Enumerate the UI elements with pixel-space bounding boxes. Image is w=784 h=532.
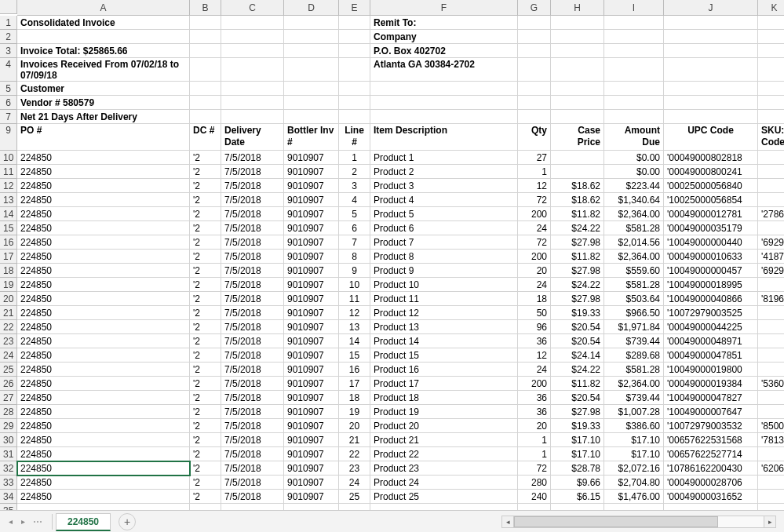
cell[interactable]: [190, 110, 221, 124]
tab-more-icon[interactable]: ⋯: [33, 516, 42, 527]
cell[interactable]: '2: [190, 306, 221, 320]
cell[interactable]: Consolidated Invoice: [17, 16, 190, 30]
cell[interactable]: 200: [518, 377, 551, 391]
row-header[interactable]: 10: [0, 151, 17, 165]
cell[interactable]: 9010907: [284, 447, 339, 461]
cell[interactable]: '00049000035179: [664, 221, 758, 235]
cell[interactable]: [758, 447, 784, 461]
cell[interactable]: [604, 30, 664, 44]
cell[interactable]: 9010907: [284, 278, 339, 292]
cell[interactable]: [284, 16, 339, 30]
cell[interactable]: '8196324: [758, 292, 784, 306]
cell[interactable]: [664, 110, 758, 124]
cell[interactable]: $27.98: [551, 405, 604, 419]
cell[interactable]: 1: [518, 165, 551, 179]
cell[interactable]: [758, 363, 784, 377]
cell[interactable]: $1,971.84: [604, 320, 664, 334]
cell[interactable]: $24.14: [551, 348, 604, 363]
row-header[interactable]: 34: [0, 490, 17, 504]
cell[interactable]: '2: [190, 292, 221, 306]
col-header[interactable]: J: [664, 0, 758, 16]
tab-prev-icon[interactable]: ▸: [17, 516, 28, 528]
cell[interactable]: 20: [339, 419, 370, 433]
cell[interactable]: '2: [190, 405, 221, 419]
cell[interactable]: [758, 16, 784, 30]
cell[interactable]: [339, 110, 370, 124]
cell[interactable]: $17.10: [604, 433, 664, 447]
cell[interactable]: [758, 151, 784, 165]
row-header[interactable]: 17: [0, 250, 17, 264]
cell[interactable]: 224850: [17, 490, 190, 504]
cell[interactable]: 24: [518, 278, 551, 292]
scroll-track[interactable]: [514, 516, 764, 528]
cell[interactable]: 9010907: [284, 363, 339, 377]
cell[interactable]: [758, 96, 784, 110]
cell[interactable]: [551, 44, 604, 58]
cell[interactable]: '2: [190, 264, 221, 278]
cell[interactable]: 12: [518, 348, 551, 363]
cell[interactable]: '2: [190, 433, 221, 447]
cell[interactable]: [758, 391, 784, 405]
cell[interactable]: $2,364.00: [604, 250, 664, 264]
cell[interactable]: [339, 16, 370, 30]
cell[interactable]: [370, 110, 518, 124]
cell[interactable]: [664, 504, 758, 510]
cell[interactable]: [339, 30, 370, 44]
cell[interactable]: [190, 44, 221, 58]
cell[interactable]: 36: [518, 334, 551, 348]
cell[interactable]: 224850: [17, 151, 190, 165]
cell[interactable]: $27.98: [551, 264, 604, 278]
row-header[interactable]: 21: [0, 306, 17, 320]
cell[interactable]: '2: [190, 165, 221, 179]
cell[interactable]: 9010907: [284, 433, 339, 447]
cell[interactable]: 9010907: [284, 250, 339, 264]
cell[interactable]: '00049000019384: [664, 377, 758, 391]
cell[interactable]: $9.66: [551, 476, 604, 490]
row-header[interactable]: 28: [0, 405, 17, 419]
row-header[interactable]: 13: [0, 193, 17, 207]
cell[interactable]: [758, 165, 784, 179]
row-header[interactable]: 27: [0, 391, 17, 405]
cell[interactable]: [370, 82, 518, 96]
cell[interactable]: Product 21: [370, 433, 518, 447]
cell[interactable]: [551, 82, 604, 96]
cell[interactable]: Product 17: [370, 377, 518, 391]
cell[interactable]: [551, 165, 604, 179]
cell[interactable]: $581.28: [604, 363, 664, 377]
cell[interactable]: [190, 96, 221, 110]
cell[interactable]: '2: [190, 377, 221, 391]
row-header[interactable]: 16: [0, 235, 17, 250]
cell[interactable]: [758, 221, 784, 235]
cell[interactable]: $18.62: [551, 193, 604, 207]
cell[interactable]: 7/5/2018: [221, 250, 284, 264]
cell[interactable]: 12: [339, 306, 370, 320]
cell[interactable]: '2: [190, 476, 221, 490]
cell[interactable]: [17, 30, 190, 44]
row-header[interactable]: 1: [0, 16, 17, 30]
horizontal-scrollbar[interactable]: ◂ ▸: [501, 516, 776, 528]
cell[interactable]: [339, 44, 370, 58]
cell[interactable]: $17.10: [551, 447, 604, 461]
row-header[interactable]: 20: [0, 292, 17, 306]
cell[interactable]: 224850: [17, 278, 190, 292]
cell[interactable]: $0.00: [604, 165, 664, 179]
cell[interactable]: [518, 58, 551, 82]
cell[interactable]: 16: [339, 363, 370, 377]
cell[interactable]: 224850: [17, 193, 190, 207]
cell[interactable]: Product 1: [370, 151, 518, 165]
cell[interactable]: '2: [190, 348, 221, 363]
cell[interactable]: [518, 82, 551, 96]
cell[interactable]: Product 3: [370, 179, 518, 193]
cell[interactable]: [284, 504, 339, 510]
cell[interactable]: [604, 96, 664, 110]
cell[interactable]: SKU:Mfg Code: [758, 124, 784, 151]
cell[interactable]: 7/5/2018: [221, 447, 284, 461]
cell[interactable]: $1,007.28: [604, 405, 664, 419]
cell[interactable]: 9010907: [284, 221, 339, 235]
cell[interactable]: $20.54: [551, 391, 604, 405]
cell[interactable]: 15: [339, 348, 370, 363]
cell[interactable]: [758, 504, 784, 510]
col-header[interactable]: K: [758, 0, 784, 16]
cell[interactable]: '2: [190, 419, 221, 433]
cell[interactable]: [604, 44, 664, 58]
